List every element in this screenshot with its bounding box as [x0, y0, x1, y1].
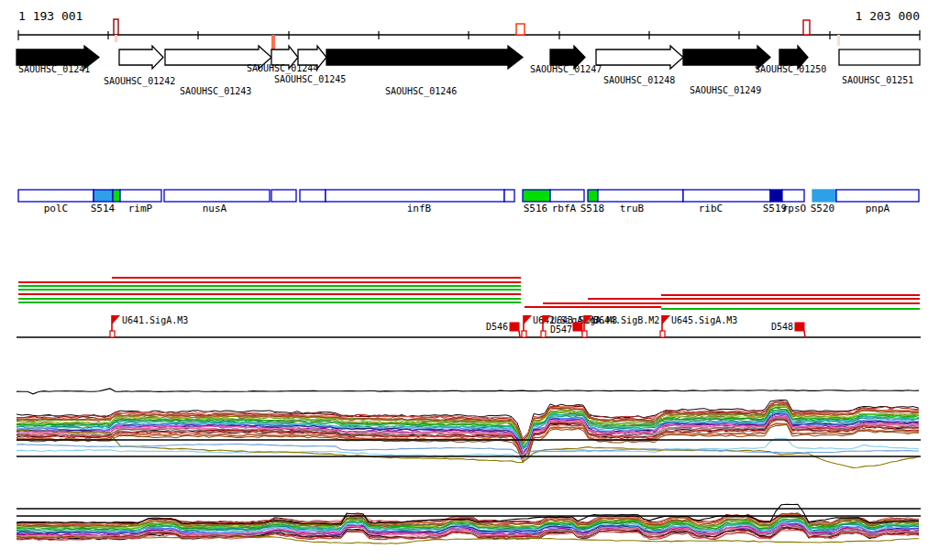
expression-outlier-line: [17, 537, 919, 544]
tss-flag-base: [582, 331, 587, 337]
ruler-marker: [803, 20, 810, 35]
gene-label: SAOUHSC_01248: [603, 75, 675, 86]
feature-label: truB: [620, 203, 645, 214]
feature-box-rimP[interactable]: [120, 190, 161, 202]
gene-SAOUHSC_01248[interactable]: [596, 46, 683, 69]
expression-outlier-line: [17, 389, 919, 394]
feature-box-unlabeled[interactable]: [504, 190, 514, 202]
feature-box-S519[interactable]: [770, 190, 782, 202]
feature-box-unlabeled[interactable]: [113, 190, 120, 202]
feature-box-S516[interactable]: [523, 190, 550, 202]
genome-tracks-canvas: SAOUHSC_01241SAOUHSC_01242SAOUHSC_01243S…: [0, 0, 939, 560]
flag-label: U644.SigB.M2: [593, 315, 659, 325]
tss-flag-base: [541, 331, 546, 337]
tss-flag-base: [660, 331, 665, 337]
feature-box-rpsO[interactable]: [782, 190, 804, 202]
gene-SAOUHSC_01246[interactable]: [326, 46, 523, 69]
ruler-marker: [271, 35, 275, 51]
feature-box-S514[interactable]: [94, 190, 113, 202]
gene-SAOUHSC_01242[interactable]: [119, 46, 163, 69]
gene-label: SAOUHSC_01251: [842, 75, 913, 86]
gene-label: SAOUHSC_01241: [18, 64, 90, 75]
ruler-marker: [516, 24, 525, 35]
gene-SAOUHSC_01245[interactable]: [298, 46, 326, 69]
feature-label: pnpA: [866, 203, 890, 214]
feature-label: S516: [524, 203, 548, 214]
feature-box-S518[interactable]: [588, 190, 598, 202]
gene-label: SAOUHSC_01243: [180, 86, 251, 97]
flag-label: D547: [550, 324, 572, 335]
feature-label: nusA: [203, 203, 227, 214]
tss-flag-base: [522, 331, 526, 337]
term-flag-pole: [519, 331, 520, 337]
gene-label: SAOUHSC_01245: [274, 74, 346, 85]
ruler-marker: [114, 19, 118, 35]
feature-label: rbfA: [552, 203, 577, 214]
genome-browser: 1 193 001 1 203 000 SAOUHSC_01241SAOUHSC…: [0, 0, 939, 560]
feature-label: S518: [580, 203, 605, 214]
feature-box-unlabeled[interactable]: [271, 190, 296, 202]
term-flag-pole: [804, 331, 805, 337]
gene-SAOUHSC_01251[interactable]: [839, 49, 920, 65]
term-flag-D546[interactable]: [510, 323, 519, 331]
tss-flag-U641.SigA.M3[interactable]: [112, 315, 120, 324]
feature-box-unlabeled[interactable]: [300, 190, 326, 202]
flag-label: U645.SigA.M3: [671, 315, 737, 325]
feature-label: rpsO: [782, 203, 807, 214]
feature-label: S514: [91, 203, 116, 214]
feature-label: S520: [811, 203, 835, 214]
flag-label: U641.SigA.M3: [122, 315, 188, 325]
feature-box-nusA[interactable]: [164, 190, 270, 202]
feature-box-polC[interactable]: [18, 190, 94, 202]
feature-box-pnpA[interactable]: [836, 190, 919, 202]
gene-label: SAOUHSC_01246: [385, 86, 457, 97]
feature-box-infB[interactable]: [326, 190, 504, 202]
gene-label: SAOUHSC_01250: [755, 64, 826, 75]
feature-label: ribC: [699, 203, 724, 214]
ruler-marker: [837, 35, 840, 46]
gene-label: SAOUHSC_01247: [530, 64, 602, 75]
tss-flag-U645.SigA.M3[interactable]: [662, 315, 670, 324]
feature-box-rbfA[interactable]: [550, 190, 584, 202]
feature-box-ribC[interactable]: [683, 190, 770, 202]
feature-box-truB[interactable]: [598, 190, 683, 202]
expression-outlier-line: [17, 444, 919, 455]
flag-label: D546: [486, 322, 508, 332]
feature-label: rimP: [128, 203, 153, 214]
gene-label: SAOUHSC_01249: [690, 85, 761, 96]
tss-flag-U642.SigA.M3[interactable]: [524, 315, 532, 324]
tss-flag-base: [110, 331, 115, 337]
feature-label: polC: [44, 203, 69, 214]
term-flag-D548[interactable]: [795, 323, 804, 331]
term-flag-D547[interactable]: [573, 323, 582, 331]
flag-label: D548: [771, 322, 793, 332]
gene-label: SAOUHSC_01242: [104, 76, 175, 87]
ruler-marker: [115, 35, 117, 42]
feature-label: infB: [407, 203, 432, 214]
feature-box-S520[interactable]: [812, 190, 836, 202]
